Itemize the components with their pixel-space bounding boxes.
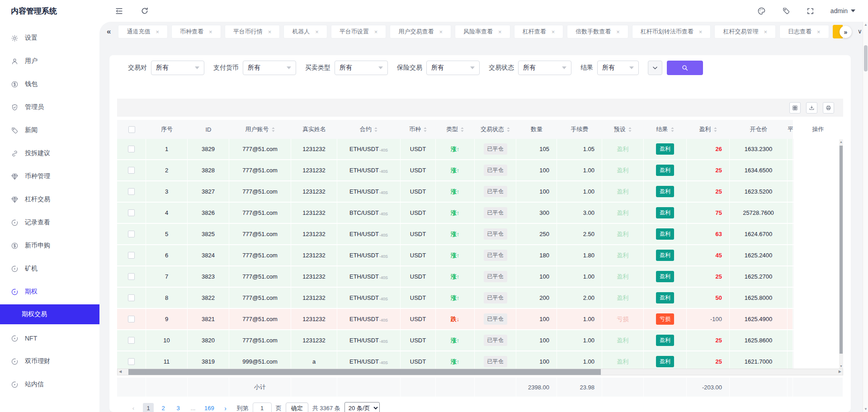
fullscreen-icon[interactable] [807,7,814,15]
column-header-preset[interactable]: 预设 [602,120,644,139]
filter-select-交易状态[interactable]: 所有 [518,61,571,75]
sidebar-item-站内信[interactable]: 站内信 [11,374,91,395]
tab-日志查看[interactable]: 日志查看× [779,25,829,38]
column-settings-button[interactable] [789,102,801,114]
filter-select-保险交易[interactable]: 所有 [426,61,480,75]
column-header-account[interactable]: 用户账号 [229,120,291,139]
row-checkbox[interactable] [128,316,135,322]
search-button[interactable] [667,61,703,75]
sidebar-item-新闻[interactable]: 新闻 [11,120,91,141]
sidebar-item-矿机[interactable]: 矿机 [11,258,91,279]
tab-机器人[interactable]: 机器人× [283,25,327,38]
tab-风险率查看[interactable]: 风险率查看× [455,25,510,38]
sort-caret-icon[interactable] [506,127,510,133]
filter-select-支付货币[interactable]: 所有 [243,61,296,75]
sidebar-item-NFT[interactable]: NFT [11,328,91,349]
page-scrollbar-thumb[interactable] [864,45,868,71]
sidebar-item-币种管理[interactable]: 币种管理 [11,166,91,187]
table-vertical-scrollbar-thumb[interactable] [840,146,843,354]
sidebar-item-双币理财[interactable]: 双币理财 [11,351,91,372]
row-checkbox[interactable] [128,188,135,195]
sidebar-item-管理员[interactable]: 管理员 [11,97,91,118]
row-checkbox[interactable] [128,358,135,365]
tab-close-icon[interactable]: × [498,28,502,35]
page-button-169[interactable]: 169 [203,403,216,412]
page-button-1[interactable]: 1 [143,403,154,412]
sidebar-item-杠杆交易[interactable]: 杠杆交易 [11,189,91,210]
tab-用户交易查看[interactable]: 用户交易查看× [390,25,451,38]
row-checkbox[interactable] [128,231,135,237]
tab-close-icon[interactable]: × [764,28,767,35]
next-page-button[interactable]: › [220,403,231,412]
row-checkbox[interactable] [128,294,135,301]
sort-caret-icon[interactable] [670,127,675,133]
sidebar-item-记录查看[interactable]: 记录查看 [11,212,91,233]
jump-page-input[interactable] [253,403,272,412]
tab-close-icon[interactable]: × [817,28,821,35]
page-scroll-down-icon[interactable]: ▼ [863,407,868,411]
sidebar-item-期权[interactable]: 期权 [11,281,91,302]
sort-caret-icon[interactable] [271,127,275,133]
scroll-up-arrow-icon[interactable]: ▲ [839,140,843,143]
sort-caret-icon[interactable] [460,127,464,133]
tab-平台币行情[interactable]: 平台币行情× [225,25,280,38]
tab-close-icon[interactable]: × [374,28,378,35]
page-button-2[interactable]: 2 [158,403,169,412]
column-header-type[interactable]: 类型 [436,120,475,139]
scroll-left-arrow-icon[interactable]: ◀ [119,369,122,374]
tab-close-icon[interactable]: × [315,28,319,35]
print-button[interactable] [823,102,834,114]
sidebar-subitem-期权交易[interactable]: 期权交易 [0,304,99,324]
tabs-scroll-left-icon[interactable]: « [107,27,111,36]
table-vertical-scrollbar[interactable]: ▲ ▼ [839,139,843,369]
horizontal-scrollbar[interactable]: ◀ ▶ [117,369,843,375]
filter-select-结果[interactable]: 所有 [597,61,639,75]
tab-close-icon[interactable]: × [268,28,272,35]
sort-caret-icon[interactable] [713,127,717,133]
sort-caret-icon[interactable] [374,127,378,133]
sidebar-item-投拆建议[interactable]: 投拆建议 [11,143,91,164]
tabs-scroll-right-icon[interactable]: » [840,26,852,38]
sidebar-item-新币申购[interactable]: 新币申购 [11,235,91,256]
filter-select-买卖类型[interactable]: 所有 [335,61,388,75]
confirm-jump-button[interactable]: 确定 [286,403,308,412]
scroll-right-arrow-icon[interactable]: ▶ [839,369,841,374]
tab-close-icon[interactable]: × [616,28,620,35]
row-checkbox[interactable] [128,337,135,344]
refresh-icon[interactable] [141,7,149,15]
sidebar-item-设置[interactable]: 设置 [11,28,91,48]
sidebar-item-用户[interactable]: 用户 [11,51,91,71]
row-checkbox[interactable] [128,146,135,152]
tab-杠杆币划转法币查看[interactable]: 杠杆币划转法币查看× [632,25,711,38]
column-header-result[interactable]: 结果 [644,120,687,139]
page-scroll-up-icon[interactable]: ▲ [863,23,868,27]
row-checkbox[interactable] [128,209,135,216]
row-checkbox[interactable] [128,167,135,174]
prev-page-button[interactable]: ‹ [128,403,139,412]
tab-杠杆查看[interactable]: 杠杆查看× [514,25,564,38]
tab-通道充值[interactable]: 通道充值× [118,25,168,38]
export-button[interactable] [806,102,817,114]
tab-close-icon[interactable]: × [209,28,212,35]
tab-平台币设置[interactable]: 平台币设置× [331,25,387,38]
page-scrollbar[interactable]: ▲ ▼ [863,22,868,412]
filter-select-交易对[interactable]: 所有 [151,61,204,75]
tab-币种查看[interactable]: 币种查看× [171,25,221,38]
tag-icon[interactable] [782,7,790,15]
column-header-status[interactable]: 交易状态 [475,120,516,139]
page-size-select[interactable]: 20 条/页 [344,402,380,412]
user-menu[interactable]: admin [830,7,855,14]
tab-close-icon[interactable]: × [439,28,443,35]
select-all-checkbox[interactable] [128,126,135,133]
scroll-down-arrow-icon[interactable]: ▼ [839,365,843,368]
row-checkbox[interactable] [128,273,135,280]
sort-caret-icon[interactable] [423,127,427,133]
collapse-sidebar-icon[interactable] [115,7,123,15]
tab-倍数手数查看[interactable]: 倍数手数查看× [567,25,628,38]
row-checkbox[interactable] [128,252,135,259]
tab-杠杆交易管理[interactable]: 杠杆交易管理× [714,25,776,38]
tab-close-icon[interactable]: × [699,28,703,35]
expand-filters-button[interactable] [648,61,662,75]
column-header-coin[interactable]: 币种 [401,120,436,139]
tab-close-icon[interactable]: × [156,28,159,35]
